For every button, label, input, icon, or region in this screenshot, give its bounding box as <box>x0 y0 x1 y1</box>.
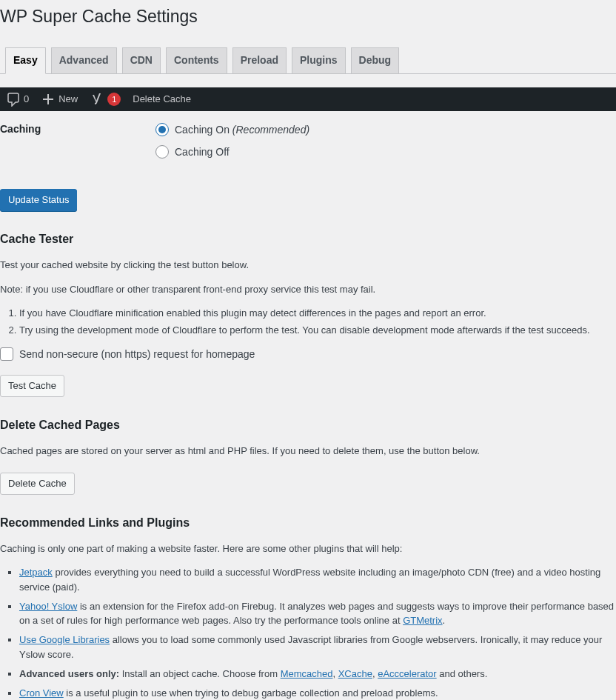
cache-tester-item-1: If you have Cloudflare minification enab… <box>19 306 616 321</box>
tab-plugins[interactable]: Plugins <box>292 47 346 73</box>
cache-tester-note: Note: if you use Cloudflare or other tra… <box>0 282 616 297</box>
tab-bar: Easy Advanced CDN Contents Preload Plugi… <box>0 41 616 74</box>
test-cache-button[interactable]: Test Cache <box>0 375 64 397</box>
tab-contents[interactable]: Contents <box>166 47 227 73</box>
cache-tester-item-2: Try using the development mode of Cloudf… <box>19 323 616 338</box>
delete-cached-heading: Delete Cached Pages <box>0 419 616 432</box>
list-item: Cron View is a useful plugin to use when… <box>19 686 616 700</box>
caching-heading: Caching <box>0 116 148 175</box>
tab-cdn[interactable]: CDN <box>122 47 161 73</box>
list-item: Use Google Libraries allows you to load … <box>19 633 616 661</box>
caching-table: Caching Caching On (Recommended) Caching… <box>0 116 616 175</box>
list-item: Yahoo! Yslow is an extension for the Fir… <box>19 599 616 628</box>
caching-off-radio[interactable] <box>155 145 169 159</box>
admin-bar-yoast-badge: 1 <box>107 93 121 106</box>
gtmetrix-link[interactable]: GTMetrix <box>403 615 442 626</box>
comment-icon <box>6 92 21 107</box>
yslow-link[interactable]: Yahoo! Yslow <box>19 601 77 612</box>
advanced-label: Advanced users only: <box>19 668 119 679</box>
tab-debug[interactable]: Debug <box>351 47 400 73</box>
caching-on-label[interactable]: Caching On (Recommended) <box>175 124 309 136</box>
cache-tester-intro: Test your cached website by clicking the… <box>0 258 616 273</box>
admin-bar-new-label: New <box>58 93 78 104</box>
recommended-list: Jetpack provides everything you need to … <box>19 565 616 700</box>
list-item: Advanced users only: Install an object c… <box>19 667 616 681</box>
cache-tester-heading: Cache Tester <box>0 233 616 246</box>
cache-tester-section: Cache Tester Test your cached website by… <box>0 233 616 397</box>
tab-advanced[interactable]: Advanced <box>51 47 117 73</box>
admin-bar-delete-cache-label: Delete Cache <box>133 93 191 104</box>
admin-bar-delete-cache[interactable]: Delete Cache <box>127 87 197 111</box>
non-secure-checkbox[interactable] <box>0 347 13 361</box>
delete-cache-button[interactable]: Delete Cache <box>0 473 75 495</box>
xcache-link[interactable]: XCache <box>338 668 372 679</box>
caching-on-radio[interactable] <box>155 123 169 136</box>
recommended-intro: Caching is only one part of making a web… <box>0 541 616 556</box>
recommended-heading: Recommended Links and Plugins <box>0 516 616 530</box>
cache-tester-list: If you have Cloudflare minification enab… <box>19 306 616 338</box>
non-secure-checkbox-label[interactable]: Send non-secure (non https) request for … <box>0 347 616 361</box>
cron-view-link[interactable]: Cron View <box>19 687 64 699</box>
admin-bar-comments-count: 0 <box>24 93 29 104</box>
memcached-link[interactable]: Memcached <box>281 668 333 679</box>
tab-preload[interactable]: Preload <box>232 47 287 73</box>
delete-cached-desc: Cached pages are stored on your server a… <box>0 444 616 459</box>
list-item: Jetpack provides everything you need to … <box>19 565 616 594</box>
google-libraries-link[interactable]: Use Google Libraries <box>19 634 110 645</box>
yoast-icon <box>90 92 104 107</box>
page-title: WP Super Cache Settings <box>0 0 616 30</box>
admin-bar-comments[interactable]: 0 <box>0 87 35 111</box>
admin-bar: 0 New 1 Delete Cache <box>0 87 616 111</box>
update-status-button[interactable]: Update Status <box>0 189 77 211</box>
recommended-section: Recommended Links and Plugins Caching is… <box>0 516 616 700</box>
admin-bar-yoast[interactable]: 1 <box>84 87 127 111</box>
tab-easy[interactable]: Easy <box>5 47 46 74</box>
eaccelerator-link[interactable]: eAcccelerator <box>378 668 436 679</box>
plus-icon <box>41 92 56 107</box>
admin-bar-new[interactable]: New <box>35 87 84 111</box>
delete-cached-section: Delete Cached Pages Cached pages are sto… <box>0 419 616 495</box>
jetpack-link[interactable]: Jetpack <box>19 567 53 578</box>
caching-off-label[interactable]: Caching Off <box>175 146 230 158</box>
